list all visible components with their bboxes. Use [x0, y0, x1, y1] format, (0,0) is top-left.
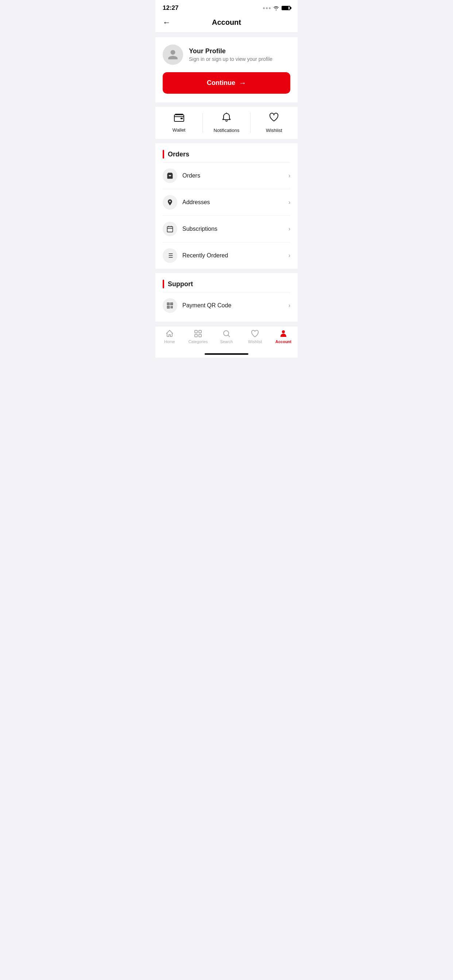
orders-section: Orders Orders › Addresses › — [155, 143, 298, 269]
svg-rect-18 — [168, 307, 169, 308]
svg-rect-19 — [171, 306, 172, 307]
quick-action-wallet[interactable]: Wallet — [155, 113, 203, 133]
svg-rect-3 — [167, 226, 173, 232]
page-title: Account — [212, 18, 241, 27]
nav-search[interactable]: Search — [212, 329, 241, 344]
svg-rect-25 — [195, 334, 197, 337]
profile-top: Your Profile Sign in or sign up to view … — [163, 45, 290, 65]
bottom-nav: Home Categories Search Wishlist Account — [155, 326, 298, 351]
wishlist-label: Wishlist — [266, 127, 282, 133]
profile-card: Your Profile Sign in or sign up to view … — [155, 37, 298, 102]
home-nav-icon — [165, 329, 174, 338]
search-nav-icon — [222, 329, 231, 338]
profile-text: Your Profile Sign in or sign up to view … — [189, 48, 273, 62]
svg-rect-14 — [168, 303, 169, 304]
quick-action-wishlist[interactable]: Wishlist — [250, 113, 298, 133]
orders-label: Orders — [182, 172, 283, 179]
battery-icon — [282, 6, 290, 10]
categories-nav-icon — [193, 329, 203, 338]
orders-section-title: Orders — [168, 151, 189, 158]
quick-action-notifications[interactable]: Notifications — [203, 113, 250, 133]
menu-item-payment-qr[interactable]: Payment QR Code › — [163, 292, 290, 319]
notifications-label: Notifications — [214, 127, 239, 133]
subscriptions-icon-wrap — [163, 222, 177, 236]
svg-rect-23 — [195, 330, 197, 333]
addresses-icon-wrap — [163, 195, 177, 210]
nav-account[interactable]: Account — [269, 329, 298, 344]
wallet-icon — [174, 113, 184, 124]
section-bar-support — [163, 280, 164, 288]
search-nav-label: Search — [220, 339, 233, 344]
payment-qr-chevron: › — [289, 302, 290, 309]
support-section: Support Payment QR Code › — [155, 273, 298, 321]
recently-ordered-label: Recently Ordered — [182, 252, 283, 259]
quick-actions: Wallet Notifications Wishlist — [155, 107, 298, 139]
account-nav-icon — [279, 329, 288, 338]
status-icons — [263, 5, 290, 11]
wishlist-nav-label: Wishlist — [248, 339, 262, 344]
account-nav-label: Account — [275, 339, 292, 344]
addresses-chevron: › — [289, 199, 290, 205]
svg-point-28 — [282, 330, 285, 333]
svg-rect-22 — [172, 307, 173, 309]
svg-rect-26 — [199, 334, 201, 337]
bag-icon — [166, 172, 174, 180]
back-button[interactable]: ← — [163, 18, 171, 27]
user-icon — [167, 49, 179, 60]
wishlist-nav-icon — [250, 329, 260, 338]
subscriptions-chevron: › — [289, 226, 290, 232]
nav-wishlist[interactable]: Wishlist — [241, 329, 269, 344]
wifi-icon — [273, 5, 279, 11]
signal-icon — [263, 7, 271, 9]
menu-item-recently-ordered[interactable]: Recently Ordered › — [163, 242, 290, 269]
svg-rect-1 — [180, 118, 183, 119]
svg-rect-16 — [171, 303, 172, 304]
qr-icon — [166, 302, 174, 309]
wallet-label: Wallet — [172, 127, 186, 133]
payment-qr-label: Payment QR Code — [182, 302, 283, 309]
profile-name: Your Profile — [189, 48, 273, 55]
section-bar-orders — [163, 150, 164, 159]
avatar — [163, 45, 183, 65]
orders-section-header: Orders — [163, 143, 290, 162]
svg-rect-20 — [172, 306, 173, 307]
orders-icon-wrap — [163, 169, 177, 183]
addresses-label: Addresses — [182, 199, 283, 205]
status-bar: 12:27 — [155, 0, 298, 14]
orders-chevron: › — [289, 172, 290, 179]
qr-icon-wrap — [163, 298, 177, 313]
menu-item-subscriptions[interactable]: Subscriptions › — [163, 215, 290, 242]
recently-ordered-icon-wrap — [163, 248, 177, 263]
location-icon — [166, 199, 174, 206]
calendar-icon — [166, 225, 174, 232]
nav-categories[interactable]: Categories — [184, 329, 212, 344]
status-time: 12:27 — [163, 5, 179, 12]
menu-item-addresses[interactable]: Addresses › — [163, 189, 290, 215]
subscriptions-label: Subscriptions — [182, 226, 283, 232]
categories-nav-label: Categories — [188, 339, 207, 344]
nav-home[interactable]: Home — [155, 329, 184, 344]
svg-rect-21 — [171, 307, 172, 309]
menu-item-orders[interactable]: Orders › — [163, 162, 290, 189]
list-icon — [166, 252, 174, 259]
continue-label: Continue — [207, 79, 235, 87]
support-section-title: Support — [168, 280, 193, 288]
heart-icon — [269, 113, 279, 125]
svg-rect-24 — [199, 330, 201, 333]
home-indicator — [205, 353, 248, 355]
profile-subtitle: Sign in or sign up to view your profile — [189, 56, 273, 62]
support-section-header: Support — [163, 273, 290, 292]
bell-icon — [222, 113, 231, 125]
continue-arrow: → — [239, 79, 246, 87]
top-nav: ← Account — [155, 14, 298, 33]
home-nav-label: Home — [164, 339, 175, 344]
recently-ordered-chevron: › — [289, 252, 290, 259]
continue-button[interactable]: Continue → — [163, 72, 290, 94]
